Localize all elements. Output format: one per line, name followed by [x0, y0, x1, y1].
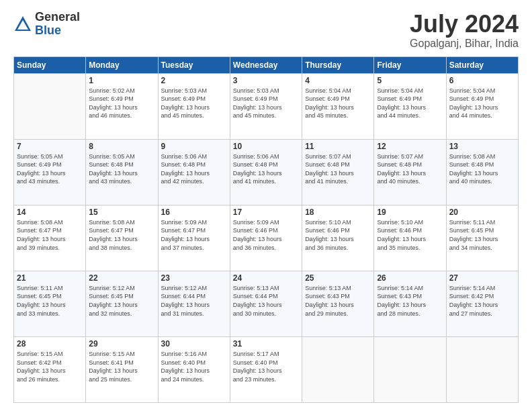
day-info: Sunrise: 5:05 AM Sunset: 6:49 PM Dayligh…: [17, 152, 83, 186]
col-sunday: Sunday: [14, 56, 86, 73]
day-info: Sunrise: 5:04 AM Sunset: 6:49 PM Dayligh…: [305, 87, 371, 120]
logo-icon: [13, 15, 32, 34]
subtitle: Gopalganj, Bihar, India: [410, 38, 519, 50]
day-info: Sunrise: 5:04 AM Sunset: 6:49 PM Dayligh…: [377, 87, 443, 120]
day-number: 22: [89, 273, 154, 283]
table-row: 17Sunrise: 5:09 AM Sunset: 6:46 PM Dayli…: [230, 205, 302, 271]
day-info: Sunrise: 5:14 AM Sunset: 6:42 PM Dayligh…: [449, 284, 515, 318]
day-info: Sunrise: 5:03 AM Sunset: 6:49 PM Dayligh…: [233, 87, 299, 120]
col-monday: Monday: [86, 56, 158, 73]
table-row: 19Sunrise: 5:10 AM Sunset: 6:46 PM Dayli…: [374, 205, 446, 271]
day-number: 12: [377, 142, 443, 151]
table-row: 25Sunrise: 5:13 AM Sunset: 6:43 PM Dayli…: [302, 271, 374, 336]
table-row: 4Sunrise: 5:04 AM Sunset: 6:49 PM Daylig…: [302, 73, 374, 139]
day-number: 30: [161, 339, 227, 349]
table-row: 27Sunrise: 5:14 AM Sunset: 6:42 PM Dayli…: [446, 271, 518, 336]
day-number: 23: [161, 273, 227, 283]
table-row: [14, 73, 86, 139]
day-number: 31: [233, 339, 299, 349]
col-thursday: Thursday: [302, 56, 374, 73]
table-row: 9Sunrise: 5:06 AM Sunset: 6:48 PM Daylig…: [158, 139, 230, 205]
col-saturday: Saturday: [446, 56, 518, 73]
table-row: 1Sunrise: 5:02 AM Sunset: 6:49 PM Daylig…: [86, 73, 158, 139]
logo: General Blue: [13, 11, 80, 38]
table-row: 13Sunrise: 5:08 AM Sunset: 6:48 PM Dayli…: [446, 139, 518, 205]
title-block: July 2024 Gopalganj, Bihar, India: [410, 11, 519, 50]
day-number: 5: [377, 76, 443, 85]
table-row: 22Sunrise: 5:12 AM Sunset: 6:45 PM Dayli…: [86, 271, 158, 336]
day-info: Sunrise: 5:10 AM Sunset: 6:46 PM Dayligh…: [305, 218, 371, 252]
day-number: 3: [233, 76, 299, 85]
day-number: 19: [377, 208, 443, 217]
day-info: Sunrise: 5:17 AM Sunset: 6:40 PM Dayligh…: [233, 350, 299, 383]
calendar-week-row: 1Sunrise: 5:02 AM Sunset: 6:49 PM Daylig…: [14, 73, 519, 139]
day-info: Sunrise: 5:13 AM Sunset: 6:43 PM Dayligh…: [305, 284, 371, 318]
day-info: Sunrise: 5:08 AM Sunset: 6:47 PM Dayligh…: [17, 218, 83, 252]
day-number: 7: [17, 142, 83, 151]
table-row: 3Sunrise: 5:03 AM Sunset: 6:49 PM Daylig…: [230, 73, 302, 139]
table-row: 20Sunrise: 5:11 AM Sunset: 6:45 PM Dayli…: [446, 205, 518, 271]
table-row: [374, 336, 446, 402]
day-info: Sunrise: 5:08 AM Sunset: 6:47 PM Dayligh…: [89, 218, 154, 252]
table-row: 23Sunrise: 5:12 AM Sunset: 6:44 PM Dayli…: [158, 271, 230, 336]
table-row: 11Sunrise: 5:07 AM Sunset: 6:48 PM Dayli…: [302, 139, 374, 205]
day-number: 21: [17, 273, 83, 283]
col-tuesday: Tuesday: [158, 56, 230, 73]
calendar-table: Sunday Monday Tuesday Wednesday Thursday…: [13, 56, 519, 403]
day-number: 9: [161, 142, 227, 151]
calendar-week-row: 14Sunrise: 5:08 AM Sunset: 6:47 PM Dayli…: [14, 205, 519, 271]
table-row: 2Sunrise: 5:03 AM Sunset: 6:49 PM Daylig…: [158, 73, 230, 139]
day-info: Sunrise: 5:15 AM Sunset: 6:42 PM Dayligh…: [17, 350, 83, 383]
day-info: Sunrise: 5:07 AM Sunset: 6:48 PM Dayligh…: [305, 152, 371, 186]
day-number: 16: [161, 208, 227, 217]
table-row: 7Sunrise: 5:05 AM Sunset: 6:49 PM Daylig…: [14, 139, 86, 205]
table-row: 26Sunrise: 5:14 AM Sunset: 6:43 PM Dayli…: [374, 271, 446, 336]
table-row: 31Sunrise: 5:17 AM Sunset: 6:40 PM Dayli…: [230, 336, 302, 402]
day-number: 11: [305, 142, 371, 151]
day-number: 6: [449, 76, 515, 85]
day-number: 24: [233, 273, 299, 283]
day-number: 13: [449, 142, 515, 151]
day-info: Sunrise: 5:16 AM Sunset: 6:40 PM Dayligh…: [161, 350, 227, 383]
header: General Blue July 2024 Gopalganj, Bihar,…: [13, 11, 519, 50]
table-row: 12Sunrise: 5:07 AM Sunset: 6:48 PM Dayli…: [374, 139, 446, 205]
day-number: 17: [233, 208, 299, 217]
table-row: 15Sunrise: 5:08 AM Sunset: 6:47 PM Dayli…: [86, 205, 158, 271]
day-number: 25: [305, 273, 371, 283]
day-number: 26: [377, 273, 443, 283]
day-number: 8: [89, 142, 154, 151]
day-info: Sunrise: 5:11 AM Sunset: 6:45 PM Dayligh…: [449, 218, 515, 252]
day-number: 29: [89, 339, 154, 349]
main-title: July 2024: [410, 11, 519, 38]
day-number: 10: [233, 142, 299, 151]
day-number: 4: [305, 76, 371, 85]
calendar-week-row: 28Sunrise: 5:15 AM Sunset: 6:42 PM Dayli…: [14, 336, 519, 402]
day-number: 1: [89, 76, 154, 85]
table-row: 8Sunrise: 5:05 AM Sunset: 6:48 PM Daylig…: [86, 139, 158, 205]
day-info: Sunrise: 5:15 AM Sunset: 6:41 PM Dayligh…: [89, 350, 154, 383]
col-friday: Friday: [374, 56, 446, 73]
day-number: 28: [17, 339, 83, 349]
calendar-week-row: 21Sunrise: 5:11 AM Sunset: 6:45 PM Dayli…: [14, 271, 519, 336]
day-info: Sunrise: 5:05 AM Sunset: 6:48 PM Dayligh…: [89, 152, 154, 186]
logo-blue: Blue: [35, 24, 80, 38]
day-info: Sunrise: 5:07 AM Sunset: 6:48 PM Dayligh…: [377, 152, 443, 186]
day-info: Sunrise: 5:03 AM Sunset: 6:49 PM Dayligh…: [161, 87, 227, 120]
calendar-week-row: 7Sunrise: 5:05 AM Sunset: 6:49 PM Daylig…: [14, 139, 519, 205]
table-row: 18Sunrise: 5:10 AM Sunset: 6:46 PM Dayli…: [302, 205, 374, 271]
table-row: 10Sunrise: 5:06 AM Sunset: 6:48 PM Dayli…: [230, 139, 302, 205]
day-info: Sunrise: 5:04 AM Sunset: 6:49 PM Dayligh…: [449, 87, 515, 120]
day-info: Sunrise: 5:06 AM Sunset: 6:48 PM Dayligh…: [161, 152, 227, 186]
day-info: Sunrise: 5:06 AM Sunset: 6:48 PM Dayligh…: [233, 152, 299, 186]
table-row: [302, 336, 374, 402]
table-row: 16Sunrise: 5:09 AM Sunset: 6:47 PM Dayli…: [158, 205, 230, 271]
day-info: Sunrise: 5:08 AM Sunset: 6:48 PM Dayligh…: [449, 152, 515, 186]
page: General Blue July 2024 Gopalganj, Bihar,…: [0, 0, 532, 411]
table-row: 5Sunrise: 5:04 AM Sunset: 6:49 PM Daylig…: [374, 73, 446, 139]
table-row: [446, 336, 518, 402]
table-row: 24Sunrise: 5:13 AM Sunset: 6:44 PM Dayli…: [230, 271, 302, 336]
day-info: Sunrise: 5:11 AM Sunset: 6:45 PM Dayligh…: [17, 284, 83, 318]
day-number: 14: [17, 208, 83, 217]
day-info: Sunrise: 5:02 AM Sunset: 6:49 PM Dayligh…: [89, 87, 154, 120]
day-number: 15: [89, 208, 154, 217]
